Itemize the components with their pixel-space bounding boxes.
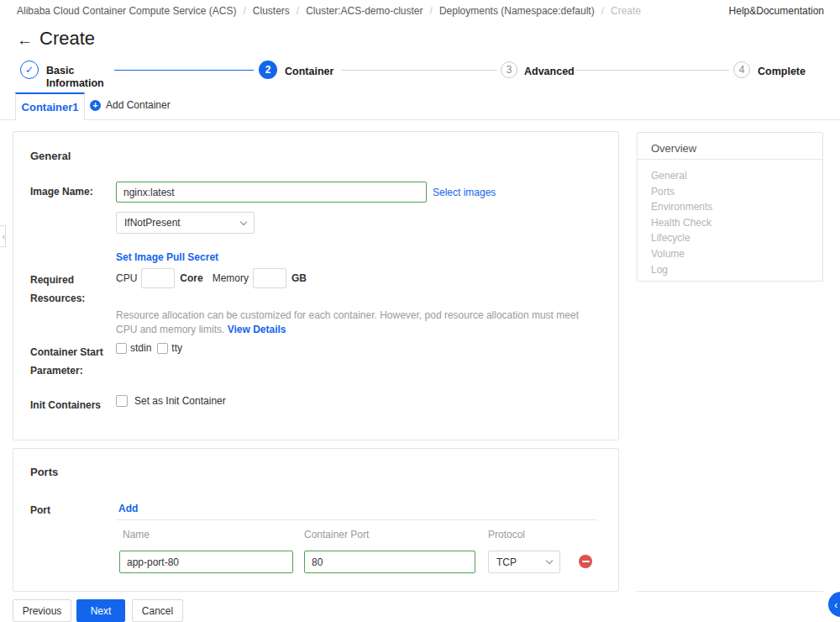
add-container-label: Add Container — [106, 99, 171, 111]
protocol-value: TCP — [496, 556, 517, 568]
select-images-link[interactable]: Select images — [433, 187, 496, 198]
chevron-down-icon — [546, 557, 553, 564]
set-image-pull-secret-link[interactable]: Set Image Pull Secret — [116, 251, 218, 263]
breadcrumb-separator: / — [601, 5, 604, 17]
overview-item-log[interactable]: Log — [651, 262, 712, 278]
overview-item-lifecycle[interactable]: Lifecycle — [651, 230, 712, 246]
required-resources-label: Required Resources: — [30, 271, 110, 308]
remove-port-icon[interactable] — [579, 555, 592, 568]
tab-container1[interactable]: Container1 — [15, 92, 85, 120]
ports-table-divider — [116, 519, 597, 520]
step2-label: Container — [285, 66, 333, 78]
protocol-column-header: Protocol — [488, 529, 525, 540]
resources-hint: Resource allocation can be customized fo… — [116, 308, 585, 337]
image-pull-policy-select[interactable]: IfNotPresent — [116, 212, 255, 234]
tty-label: tty — [171, 342, 182, 354]
image-pull-policy-value: IfNotPresent — [124, 217, 181, 229]
plus-icon — [90, 100, 101, 111]
protocol-select[interactable]: TCP — [488, 551, 560, 573]
ports-heading: Ports — [30, 466, 58, 478]
step4-circle: 4 — [733, 61, 750, 78]
tty-checkbox[interactable] — [157, 343, 168, 354]
stdin-label: stdin — [130, 342, 151, 354]
step-connector-3 — [575, 70, 729, 71]
overview-item-volume[interactable]: Volume — [651, 246, 712, 262]
page-title: Create — [39, 28, 95, 50]
step3-label: Advanced — [524, 66, 575, 78]
add-port-link[interactable]: Add — [118, 503, 138, 514]
overview-item-general[interactable]: General — [651, 168, 712, 184]
chevron-down-icon — [240, 218, 247, 224]
general-section-card: General Image Name: Select images IfNotP… — [13, 131, 619, 440]
image-name-input[interactable] — [116, 182, 427, 203]
image-name-label: Image Name: — [30, 182, 93, 201]
breadcrumb-item-service[interactable]: Alibaba Cloud Container Compute Service … — [17, 5, 236, 17]
back-arrow-icon[interactable]: ← — [17, 32, 33, 48]
create-deployment-page: Alibaba Cloud Container Compute Service … — [0, 0, 840, 622]
port-name-input[interactable] — [119, 551, 293, 573]
ports-section-card: Ports Port Add Name Container Port Proto… — [13, 448, 619, 592]
overview-divider — [638, 159, 822, 160]
port-row-label: Port — [30, 501, 50, 519]
overview-list: General Ports Environments Health Check … — [651, 168, 712, 277]
breadcrumb-separator: / — [430, 5, 433, 17]
right-column-divider — [637, 591, 823, 592]
help-documentation-link[interactable]: Help&Documentation — [729, 5, 824, 17]
view-details-link[interactable]: View Details — [228, 324, 286, 335]
init-container-option: Set as Init Container — [116, 395, 226, 407]
gb-unit-label: GB — [291, 272, 307, 284]
step-connector-2 — [341, 70, 497, 71]
breadcrumb-item-clusters[interactable]: Clusters — [253, 5, 290, 17]
overview-panel: Overview General Ports Environments Heal… — [637, 132, 823, 282]
step4-label: Complete — [758, 66, 806, 78]
port-table-row: TCP — [13, 449, 618, 462]
core-unit-label: Core — [180, 272, 202, 284]
add-container-button[interactable]: Add Container — [90, 99, 171, 111]
resources-hint-text: Resource allocation can be customized fo… — [116, 309, 579, 335]
breadcrumb-separator: / — [297, 5, 299, 17]
overview-item-health-check[interactable]: Health Check — [651, 215, 712, 231]
breadcrumb-separator: / — [243, 5, 245, 17]
step3-circle: 3 — [501, 61, 517, 78]
start-parameter-options: stdin tty — [116, 342, 182, 354]
init-containers-label: Init Containers — [30, 396, 101, 414]
container-start-parameter-label: Container Start Parameter: — [30, 343, 110, 380]
breadcrumb-item-deployments[interactable]: Deployments (Namespace:default) — [439, 5, 595, 17]
overview-item-ports[interactable]: Ports — [651, 184, 712, 200]
step1-check-icon — [20, 61, 39, 79]
memory-label: Memory — [213, 272, 249, 284]
general-heading: General — [30, 150, 71, 162]
resources-row: CPU Core Memory GB — [116, 268, 307, 288]
next-button[interactable]: Next — [76, 599, 125, 622]
floating-collapse-button[interactable]: ‹ — [828, 592, 840, 617]
tab-bar-divider — [0, 119, 840, 120]
container-port-input[interactable] — [304, 551, 475, 573]
breadcrumb-item-create: Create — [611, 5, 641, 17]
init-container-checkbox-label: Set as Init Container — [134, 395, 226, 407]
stdin-checkbox[interactable] — [116, 343, 127, 354]
port-name-column-header: Name — [123, 529, 150, 540]
overview-heading: Overview — [651, 142, 696, 155]
step1-label: Basic Information — [46, 65, 105, 90]
previous-button[interactable]: Previous — [13, 599, 71, 622]
cpu-label: CPU — [116, 272, 137, 284]
panel-collapse-handle[interactable]: ‹ — [0, 225, 6, 247]
breadcrumb: Alibaba Cloud Container Compute Service … — [17, 5, 641, 17]
step-connector-1 — [114, 70, 254, 71]
cancel-button[interactable]: Cancel — [132, 599, 183, 622]
cpu-input[interactable] — [141, 268, 175, 288]
breadcrumb-item-cluster[interactable]: Cluster:ACS-demo-cluster — [306, 5, 423, 17]
container-port-column-header: Container Port — [304, 529, 369, 540]
step2-circle: 2 — [259, 61, 277, 79]
memory-input[interactable] — [253, 268, 286, 288]
init-container-checkbox[interactable] — [116, 395, 128, 407]
overview-item-environments[interactable]: Environments — [651, 199, 712, 215]
